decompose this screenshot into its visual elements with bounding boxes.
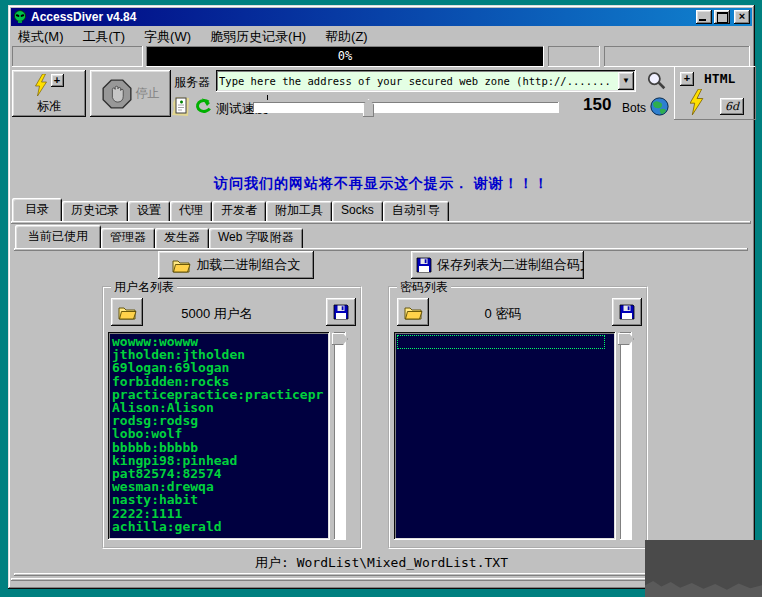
password-selection-rect[interactable] [397, 335, 605, 349]
title-bar[interactable]: AccessDiver v4.84 × [11, 8, 752, 26]
stop-hand-icon [102, 79, 132, 109]
username-entry[interactable]: nasty:habit [112, 493, 326, 506]
username-group: 用户名列表 5000 用户名 wowww:wowwwjtholden:jthol… [102, 286, 362, 549]
username-scrollbar[interactable] [334, 332, 346, 540]
standard-mode-button[interactable]: + 标准 [12, 70, 86, 117]
main-tab[interactable]: 附加工具 [266, 201, 332, 221]
username-group-title: 用户名列表 [111, 279, 177, 296]
stop-label: 停止 [136, 85, 160, 102]
menu-item[interactable]: 帮助(Z) [325, 28, 368, 46]
html-panel: + HTML 6d [674, 66, 756, 120]
main-tab[interactable]: 目录 [12, 198, 62, 221]
pane-bottom-edge-1 [14, 573, 748, 576]
floppy-disk-icon [619, 304, 635, 320]
username-entry[interactable]: lobo:wolf [112, 427, 326, 440]
username-save-button[interactable] [326, 298, 356, 326]
bots-label: Bots [622, 101, 646, 115]
floppy-disk-icon [416, 257, 432, 273]
main-tab[interactable]: 开发者 [212, 201, 266, 221]
save-combo-label: 保存列表为二进制组合码文 [437, 256, 584, 274]
tab-pane-edge-1 [11, 221, 751, 224]
notice-text: 访问我们的网站将不再显示这个提示． 谢谢！！！ [8, 175, 755, 193]
close-button[interactable]: × [734, 10, 750, 24]
menu-bar: 模式(M)工具(T)字典(W)脆弱历史记录(H)帮助(Z) [11, 27, 752, 46]
username-entry[interactable]: achilla:gerald [112, 520, 326, 533]
pane-bottom-edge-2 [11, 578, 751, 581]
server-label: 服务器 [174, 74, 210, 91]
html-label: HTML [704, 71, 735, 86]
main-tab[interactable]: 代理 [170, 201, 212, 221]
progress-label: 0% [338, 49, 352, 63]
save-combo-button[interactable]: 保存列表为二进制组合码文 [411, 251, 584, 279]
stop-button[interactable]: 停止 [90, 70, 171, 117]
app-alien-icon [13, 10, 27, 24]
username-scroll-thumb[interactable] [332, 333, 348, 345]
speed-slider[interactable] [253, 95, 561, 117]
main-tab[interactable]: 历史记录 [62, 201, 128, 221]
username-entry[interactable]: forbidden:rocks [112, 375, 326, 388]
search-icon[interactable] [646, 71, 666, 91]
password-scroll-thumb[interactable] [618, 333, 634, 345]
bots-count: 150 [583, 95, 611, 115]
minimize-button[interactable] [696, 10, 712, 24]
progress-bar: 0% [146, 46, 544, 67]
standard-label: 标准 [37, 98, 61, 115]
html-lightning-icon [690, 89, 704, 115]
username-list[interactable]: wowww:wowwwjtholden:jtholden69logan:69lo… [108, 332, 330, 540]
html-badge-button[interactable]: 6d [720, 98, 744, 115]
refresh-arrow-icon[interactable] [193, 97, 212, 114]
tab-pane-edge-2 [14, 248, 748, 251]
slider-tick [267, 95, 268, 100]
load-combo-button[interactable]: 加载二进制组合文 [158, 251, 314, 279]
screenshot-artifact-overlay [645, 540, 762, 597]
artifact-lower-edge [645, 571, 762, 597]
wordlist-status: 用户: WordList\Mixed_WordList.TXT [8, 554, 755, 572]
password-scrollbar[interactable] [620, 332, 632, 540]
load-combo-label: 加载二进制组合文 [197, 256, 301, 274]
username-entry[interactable]: 2222:1111 [112, 507, 326, 520]
main-tab-bar: 目录历史记录设置代理开发者附加工具Socks自动引导 [12, 198, 449, 221]
sub-tab[interactable]: Web 字吸附器 [209, 228, 303, 248]
server-dropdown-button[interactable]: ▼ [618, 72, 634, 90]
server-combo: ▼ [216, 70, 636, 92]
open-folder-icon [172, 258, 191, 273]
standard-plus-button[interactable]: + [51, 74, 64, 87]
menu-item[interactable]: 工具(T) [83, 28, 126, 46]
sub-tab[interactable]: 发生器 [155, 228, 209, 248]
status-panel-right [604, 46, 750, 67]
status-panel-left [12, 46, 143, 67]
menu-item[interactable]: 模式(M) [18, 28, 64, 46]
menu-item[interactable]: 脆弱历史记录(H) [210, 28, 306, 46]
main-tab[interactable]: 设置 [128, 201, 170, 221]
floppy-disk-icon [333, 304, 349, 320]
username-count: 5000 用户名 [104, 305, 330, 323]
server-input[interactable] [219, 73, 615, 89]
main-tab[interactable]: 自动引导 [383, 201, 449, 221]
lightning-icon [35, 74, 48, 96]
password-list[interactable] [394, 332, 616, 540]
window-title: AccessDiver v4.84 [31, 10, 694, 24]
slider-track [253, 102, 559, 113]
password-group-title: 密码列表 [397, 279, 451, 296]
sub-tab-bar: 当前已使用管理器发生器Web 字吸附器 [15, 225, 303, 248]
status-panel-mid [548, 46, 600, 67]
app-window: AccessDiver v4.84 × 模式(M)工具(T)字典(W)脆弱历史记… [8, 5, 755, 589]
maximize-button[interactable] [714, 10, 730, 24]
sub-tab[interactable]: 当前已使用 [15, 225, 101, 248]
globe-icon[interactable] [650, 97, 669, 116]
main-tab[interactable]: Socks [332, 201, 383, 221]
html-plus-button[interactable]: + [680, 72, 694, 86]
sub-tab[interactable]: 管理器 [101, 228, 155, 248]
add-page-icon[interactable] [172, 95, 190, 117]
password-group: 密码列表 0 密码 [388, 286, 648, 549]
menu-item[interactable]: 字典(W) [144, 28, 191, 46]
username-entry[interactable]: bbbbb:bbbbb [112, 441, 326, 454]
username-entry[interactable]: 69logan:69logan [112, 361, 326, 374]
password-count: 0 密码 [390, 305, 616, 323]
password-save-button[interactable] [612, 298, 642, 326]
